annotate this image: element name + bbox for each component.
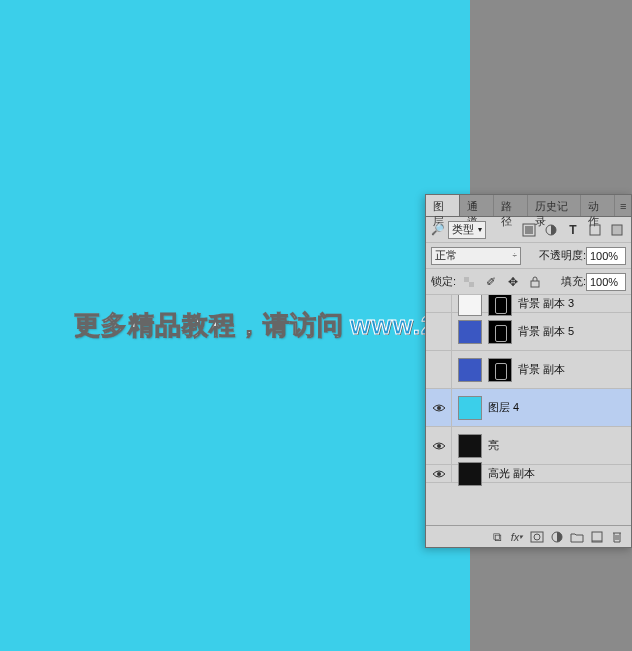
tab-channels[interactable]: 通道	[460, 195, 494, 216]
blend-row: 正常 ÷ 不透明度: 100%	[426, 243, 631, 269]
lock-position-icon[interactable]: ✥	[504, 273, 522, 291]
filter-text-icon[interactable]: T	[564, 221, 582, 239]
layer-name[interactable]: 背景 副本	[518, 362, 631, 377]
layer-mask-icon[interactable]	[527, 528, 547, 546]
svg-point-8	[437, 406, 441, 410]
visibility-toggle[interactable]	[426, 351, 452, 388]
svg-rect-7	[531, 281, 539, 287]
layer-name[interactable]: 亮	[488, 438, 631, 453]
layer-row[interactable]: 图层 4	[426, 389, 631, 427]
search-icon: 🔎	[431, 223, 445, 236]
panel-menu-icon[interactable]: ≡	[615, 195, 631, 216]
panel-footer: ⧉ fx▾	[426, 525, 631, 547]
tab-history[interactable]: 历史记录	[528, 195, 581, 216]
chevron-down-icon: ▾	[478, 225, 482, 234]
layer-mask-thumbnail[interactable]	[488, 320, 512, 344]
layer-name[interactable]: 背景 副本 3	[518, 296, 631, 311]
layers-panel: 图层 通道 路径 历史记录 动作 ≡ 🔎 类型 ▾ T 正常 ÷ 不透明度: 1…	[425, 194, 632, 548]
filter-pixel-icon[interactable]	[520, 221, 538, 239]
lock-row: 锁定: ✐ ✥ 填充: 100%	[426, 269, 631, 295]
filter-type-dropdown[interactable]: 类型 ▾	[448, 221, 486, 239]
watermark-text-1: 更多精品教程，请访问	[74, 308, 344, 343]
lock-all-icon[interactable]	[526, 273, 544, 291]
svg-rect-4	[612, 225, 622, 235]
opacity-label: 不透明度:	[539, 248, 586, 263]
layer-thumbnail[interactable]	[458, 396, 482, 420]
delete-layer-icon[interactable]	[607, 528, 627, 546]
group-icon[interactable]	[567, 528, 587, 546]
layer-row[interactable]: 背景 副本 5	[426, 313, 631, 351]
visibility-toggle[interactable]	[426, 465, 452, 482]
svg-point-9	[437, 444, 441, 448]
layer-row[interactable]: 背景 副本 3	[426, 295, 631, 313]
lock-pixels-icon[interactable]: ✐	[482, 273, 500, 291]
adjustment-layer-icon[interactable]	[547, 528, 567, 546]
filter-shape-icon[interactable]	[586, 221, 604, 239]
layer-thumbnail[interactable]	[458, 295, 482, 316]
layer-mask-thumbnail[interactable]	[488, 295, 512, 316]
layer-thumbnail[interactable]	[458, 358, 482, 382]
layers-list: 背景 副本 3背景 副本 5背景 副本图层 4亮高光 副本	[426, 295, 631, 515]
tab-actions[interactable]: 动作	[581, 195, 615, 216]
chevron-down-icon: ÷	[513, 251, 517, 260]
visibility-toggle[interactable]	[426, 389, 452, 426]
filter-row: 🔎 类型 ▾ T	[426, 217, 631, 243]
panel-tabs: 图层 通道 路径 历史记录 动作 ≡	[426, 195, 631, 217]
svg-point-12	[534, 534, 540, 540]
layer-thumbnail[interactable]	[458, 462, 482, 486]
visibility-toggle[interactable]	[426, 313, 452, 350]
layer-fx-icon[interactable]: fx▾	[507, 528, 527, 546]
layer-name[interactable]: 图层 4	[488, 400, 631, 415]
svg-point-10	[437, 472, 441, 476]
svg-rect-1	[525, 226, 533, 234]
visibility-toggle[interactable]	[426, 427, 452, 464]
filter-adjustment-icon[interactable]	[542, 221, 560, 239]
layer-name[interactable]: 背景 副本 5	[518, 324, 631, 339]
lock-label: 锁定:	[431, 274, 456, 289]
tab-layers[interactable]: 图层	[426, 195, 460, 216]
opacity-value: 100%	[590, 250, 618, 262]
fill-input[interactable]: 100%	[586, 273, 626, 291]
layer-name[interactable]: 高光 副本	[488, 466, 631, 481]
opacity-input[interactable]: 100%	[586, 247, 626, 265]
new-layer-icon[interactable]	[587, 528, 607, 546]
blend-mode-value: 正常	[435, 248, 457, 263]
layer-mask-thumbnail[interactable]	[488, 358, 512, 382]
svg-rect-3	[590, 225, 600, 235]
link-layers-icon[interactable]: ⧉	[487, 528, 507, 546]
fill-label: 填充:	[561, 274, 586, 289]
lock-transparency-icon[interactable]	[460, 273, 478, 291]
filter-type-label: 类型	[452, 222, 474, 237]
svg-rect-5	[464, 277, 469, 282]
layer-thumbnail[interactable]	[458, 434, 482, 458]
tab-paths[interactable]: 路径	[494, 195, 528, 216]
layer-row[interactable]: 高光 副本	[426, 465, 631, 483]
visibility-toggle[interactable]	[426, 295, 452, 312]
filter-smart-icon[interactable]	[608, 221, 626, 239]
layer-row[interactable]: 亮	[426, 427, 631, 465]
layer-row[interactable]: 背景 副本	[426, 351, 631, 389]
svg-rect-6	[469, 282, 474, 287]
fill-value: 100%	[590, 276, 618, 288]
blend-mode-dropdown[interactable]: 正常 ÷	[431, 247, 521, 265]
layer-thumbnail[interactable]	[458, 320, 482, 344]
